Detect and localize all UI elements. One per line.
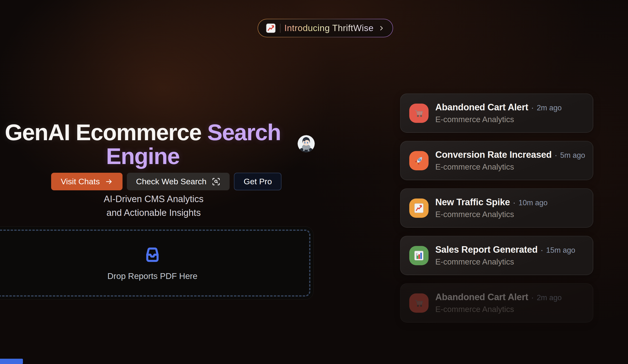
badge-divider bbox=[280, 24, 280, 33]
announcement-label: Introducing ThriftWise bbox=[284, 23, 374, 33]
hero-subtitle: AI-Driven CMS Analytics and Actionable I… bbox=[86, 192, 221, 220]
notification-title: Abandoned Cart Alert bbox=[435, 292, 528, 302]
notification-icon bbox=[409, 104, 429, 123]
notification-separator: · bbox=[554, 150, 557, 160]
notification-separator: · bbox=[513, 198, 516, 207]
notification-title: Abandoned Cart Alert bbox=[435, 102, 528, 113]
notification-icon bbox=[409, 198, 429, 218]
hero-actions: Visit Chats Check Web Search Get Pro bbox=[51, 173, 281, 190]
pdf-dropzone[interactable]: Drop Reports PDF Here bbox=[0, 227, 314, 300]
rocket-icon bbox=[413, 155, 425, 167]
notification-list: Abandoned Cart Alert · 2m ago E-commerce… bbox=[400, 93, 593, 323]
notification-time: 2m ago bbox=[537, 294, 562, 302]
notification-source: E-commerce Analytics bbox=[435, 305, 562, 314]
notification-icon bbox=[409, 151, 429, 170]
notification-time: 2m ago bbox=[537, 104, 562, 112]
notification-text: Abandoned Cart Alert · 2m ago E-commerce… bbox=[435, 102, 562, 124]
notification-title: New Traffic Spike bbox=[435, 197, 510, 207]
scan-search-icon bbox=[212, 177, 221, 186]
notification-separator: · bbox=[541, 245, 543, 255]
notification-card[interactable]: Abandoned Cart Alert · 2m ago E-commerce… bbox=[400, 93, 593, 133]
notification-source: E-commerce Analytics bbox=[435, 210, 548, 219]
notification-title: Conversion Rate Increased bbox=[435, 150, 551, 160]
check-web-search-label: Check Web Search bbox=[136, 177, 206, 186]
arrow-right-icon bbox=[105, 178, 113, 185]
notification-time: 5m ago bbox=[560, 151, 585, 160]
notification-separator: · bbox=[531, 293, 534, 302]
notification-source: E-commerce Analytics bbox=[435, 162, 585, 172]
inbox-icon bbox=[143, 245, 162, 265]
hero-subtitle-line2: and Actionable Insights bbox=[86, 206, 221, 220]
page-title-primary: GenAI Ecommerce bbox=[5, 120, 207, 145]
notification-text: Sales Report Generated · 15m ago E-comme… bbox=[435, 244, 575, 266]
check-web-search-button[interactable]: Check Web Search bbox=[127, 173, 230, 190]
chart-increasing-icon bbox=[265, 23, 276, 33]
shopping-cart-icon bbox=[413, 108, 425, 119]
visit-chats-button[interactable]: Visit Chats bbox=[51, 173, 123, 190]
notification-time: 10m ago bbox=[519, 198, 548, 207]
notification-icon bbox=[409, 246, 429, 265]
notification-card[interactable]: Conversion Rate Increased · 5m ago E-com… bbox=[400, 141, 593, 180]
notification-title: Sales Report Generated bbox=[435, 244, 538, 255]
notification-card[interactable]: New Traffic Spike · 10m ago E-commerce A… bbox=[400, 188, 593, 228]
chevron-right-icon bbox=[378, 25, 385, 32]
horizontal-scrollbar-thumb[interactable] bbox=[0, 359, 23, 364]
bar-chart-icon bbox=[413, 250, 425, 261]
dropzone-label: Drop Reports PDF Here bbox=[107, 271, 197, 281]
notification-time: 15m ago bbox=[546, 246, 575, 255]
page-title: GenAI Ecommerce Search Engine bbox=[0, 121, 286, 168]
chart-increasing-icon bbox=[413, 202, 425, 214]
notification-separator: · bbox=[531, 103, 534, 112]
pdf-dropzone-dashed-area: Drop Reports PDF Here bbox=[0, 230, 310, 297]
avatar bbox=[298, 135, 315, 152]
get-pro-label: Get Pro bbox=[243, 177, 272, 186]
notification-text: New Traffic Spike · 10m ago E-commerce A… bbox=[435, 197, 548, 219]
notification-card[interactable]: Abandoned Cart Alert · 2m ago E-commerce… bbox=[400, 283, 593, 323]
notification-source: E-commerce Analytics bbox=[435, 115, 562, 124]
get-pro-button[interactable]: Get Pro bbox=[234, 173, 281, 190]
notification-card[interactable]: Sales Report Generated · 15m ago E-comme… bbox=[400, 236, 593, 275]
notification-source: E-commerce Analytics bbox=[435, 257, 575, 266]
notification-text: Conversion Rate Increased · 5m ago E-com… bbox=[435, 150, 585, 172]
visit-chats-label: Visit Chats bbox=[61, 177, 100, 186]
announcement-badge[interactable]: Introducing ThriftWise bbox=[258, 19, 393, 37]
notification-text: Abandoned Cart Alert · 2m ago E-commerce… bbox=[435, 292, 562, 314]
shopping-cart-icon bbox=[413, 297, 425, 309]
notification-icon bbox=[409, 294, 429, 313]
hero-subtitle-line1: AI-Driven CMS Analytics bbox=[86, 192, 221, 206]
